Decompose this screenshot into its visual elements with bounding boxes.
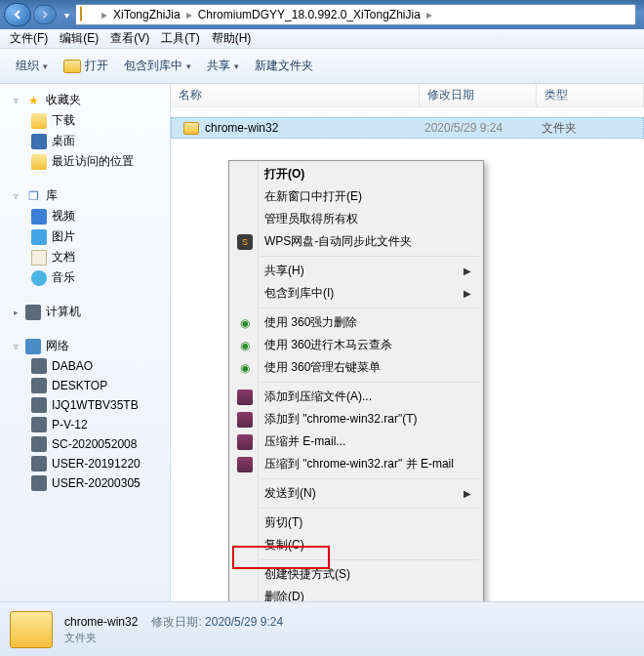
organize-button[interactable]: 组织▾ <box>8 54 56 78</box>
ctx-wps-sync[interactable]: SWPS网盘-自动同步此文件夹 <box>231 230 481 253</box>
breadcrumb-sep[interactable]: ▸ <box>100 8 109 21</box>
sidebar-videos[interactable]: 视频 <box>0 206 170 226</box>
ctx-open[interactable]: 打开(O) <box>231 163 481 185</box>
folder-open-icon <box>63 60 81 73</box>
sidebar-net-item[interactable]: P-V-12 <box>0 415 170 434</box>
breadcrumb-segment[interactable]: XiTongZhiJia <box>109 8 184 21</box>
col-type[interactable]: 类型 <box>537 84 644 106</box>
sidebar-libraries[interactable]: ▿❐库 <box>0 185 170 206</box>
context-menu: 打开(O) 在新窗口中打开(E) 管理员取得所有权 SWPS网盘-自动同步此文件… <box>228 160 484 656</box>
winrar-icon <box>237 412 253 428</box>
ctx-rar-email[interactable]: 压缩并 E-mail... <box>231 430 481 453</box>
folder-icon <box>80 7 96 22</box>
winrar-icon <box>237 390 253 405</box>
winrar-icon <box>237 434 253 450</box>
ctx-create-shortcut[interactable]: 创建快捷方式(S) <box>231 563 481 586</box>
sidebar-pictures[interactable]: 图片 <box>0 226 170 247</box>
file-date: 2020/5/29 9:24 <box>421 121 538 135</box>
col-name[interactable]: 名称 <box>171 84 420 106</box>
column-headers: 名称 修改日期 类型 <box>171 84 644 107</box>
sidebar-downloads[interactable]: 下载 <box>0 110 170 131</box>
computer-icon <box>31 436 47 452</box>
sidebar-favorites[interactable]: ▿★收藏夹 <box>0 90 170 110</box>
nav-forward-button[interactable] <box>33 5 57 24</box>
desktop-icon <box>31 134 47 149</box>
toolbar: 组织▾ 打开 包含到库中▾ 共享▾ 新建文件夹 <box>0 49 644 84</box>
ctx-rar-email-to[interactable]: 压缩到 "chrome-win32.rar" 并 E-mail <box>231 453 481 475</box>
sidebar-computer[interactable]: ▸计算机 <box>0 302 170 322</box>
include-lib-button[interactable]: 包含到库中▾ <box>116 54 199 78</box>
menu-bar: 文件(F) 编辑(E) 查看(V) 工具(T) 帮助(H) <box>0 29 644 49</box>
sidebar-net-item[interactable]: USER-20200305 <box>0 473 170 493</box>
sidebar-net-item[interactable]: IJQ1WTBV35TB <box>0 395 170 415</box>
ctx-360-scan[interactable]: ◉使用 360进行木马云查杀 <box>231 334 481 356</box>
computer-icon <box>31 417 47 432</box>
sidebar-recent[interactable]: 最近访问的位置 <box>0 151 170 172</box>
open-button[interactable]: 打开 <box>56 54 116 78</box>
sidebar-net-item[interactable]: USER-20191220 <box>0 454 170 473</box>
status-date-label: 修改日期: <box>151 615 201 629</box>
file-type: 文件夹 <box>538 120 581 137</box>
wps-icon: S <box>237 234 253 250</box>
menu-edit[interactable]: 编辑(E) <box>54 28 104 49</box>
computer-icon <box>31 378 47 393</box>
downloads-icon <box>31 113 47 129</box>
sidebar-net-item[interactable]: DABAO <box>0 356 170 376</box>
ctx-send-to[interactable]: 发送到(N)▶ <box>231 482 481 505</box>
status-file-name: chrome-win32 <box>64 615 138 629</box>
ctx-copy[interactable]: 复制(C) <box>231 534 481 556</box>
ctx-admin-own[interactable]: 管理员取得所有权 <box>231 208 481 230</box>
breadcrumb-sep[interactable]: ▸ <box>184 8 194 21</box>
360-icon: ◉ <box>237 315 253 331</box>
breadcrumb-segment[interactable]: ChromiumDGYY_18.0.992.0_XiTongZhiJia <box>194 8 424 21</box>
sidebar-net-item[interactable]: DESKTOP <box>0 376 170 395</box>
360-icon: ◉ <box>237 338 253 353</box>
address-bar[interactable]: ▸ XiTongZhiJia ▸ ChromiumDGYY_18.0.992.0… <box>75 4 636 25</box>
ctx-include-lib[interactable]: 包含到库中(I)▶ <box>231 282 481 305</box>
recent-icon <box>31 154 47 170</box>
breadcrumb-sep[interactable]: ▸ <box>424 8 434 21</box>
col-date[interactable]: 修改日期 <box>420 84 537 106</box>
submenu-arrow-icon: ▶ <box>463 266 471 276</box>
navigation-pane: ▿★收藏夹 下载 桌面 最近访问的位置 ▿❐库 视频 图片 文档 音乐 ▸计算机… <box>0 84 171 631</box>
menu-help[interactable]: 帮助(H) <box>206 28 258 49</box>
picture-icon <box>31 229 47 245</box>
network-icon <box>25 339 41 354</box>
file-name: chrome-win32 <box>205 121 278 135</box>
menu-file[interactable]: 文件(F) <box>4 28 54 49</box>
folder-icon <box>183 122 199 135</box>
sidebar-net-item[interactable]: SC-2020052008 <box>0 434 170 454</box>
folder-large-icon <box>10 611 53 648</box>
status-file-type: 文件夹 <box>64 631 283 645</box>
submenu-arrow-icon: ▶ <box>463 288 471 299</box>
star-icon: ★ <box>25 93 41 108</box>
music-icon <box>31 270 47 286</box>
winrar-icon <box>237 457 253 472</box>
file-row[interactable]: chrome-win32 2020/5/29 9:24 文件夹 <box>171 117 644 139</box>
computer-icon <box>31 397 47 413</box>
nav-history-dropdown[interactable]: ▾ <box>64 10 69 20</box>
computer-icon <box>31 456 47 472</box>
details-pane: chrome-win32修改日期: 2020/5/29 9:24 文件夹 <box>0 601 644 656</box>
ctx-open-new-window[interactable]: 在新窗口中打开(E) <box>231 185 481 208</box>
ctx-360-delete[interactable]: ◉使用 360强力删除 <box>231 311 481 334</box>
360-icon: ◉ <box>237 360 253 376</box>
nav-back-button[interactable] <box>4 3 31 26</box>
sidebar-network[interactable]: ▿网络 <box>0 336 170 356</box>
ctx-share[interactable]: 共享(H)▶ <box>231 260 481 282</box>
library-icon: ❐ <box>25 188 41 204</box>
ctx-cut[interactable]: 剪切(T) <box>231 512 481 534</box>
sidebar-documents[interactable]: 文档 <box>0 247 170 267</box>
menu-view[interactable]: 查看(V) <box>104 28 155 49</box>
ctx-rar-add[interactable]: 添加到压缩文件(A)... <box>231 386 481 408</box>
ctx-rar-to[interactable]: 添加到 "chrome-win32.rar"(T) <box>231 408 481 430</box>
new-folder-button[interactable]: 新建文件夹 <box>247 54 321 78</box>
ctx-360-manage[interactable]: ◉使用 360管理右键菜单 <box>231 356 481 379</box>
sidebar-music[interactable]: 音乐 <box>0 267 170 288</box>
menu-tools[interactable]: 工具(T) <box>155 28 205 49</box>
sidebar-desktop[interactable]: 桌面 <box>0 131 170 151</box>
status-date-value: 2020/5/29 9:24 <box>205 615 283 629</box>
share-button[interactable]: 共享▾ <box>199 54 247 78</box>
document-icon <box>31 250 47 266</box>
computer-icon <box>31 358 47 374</box>
